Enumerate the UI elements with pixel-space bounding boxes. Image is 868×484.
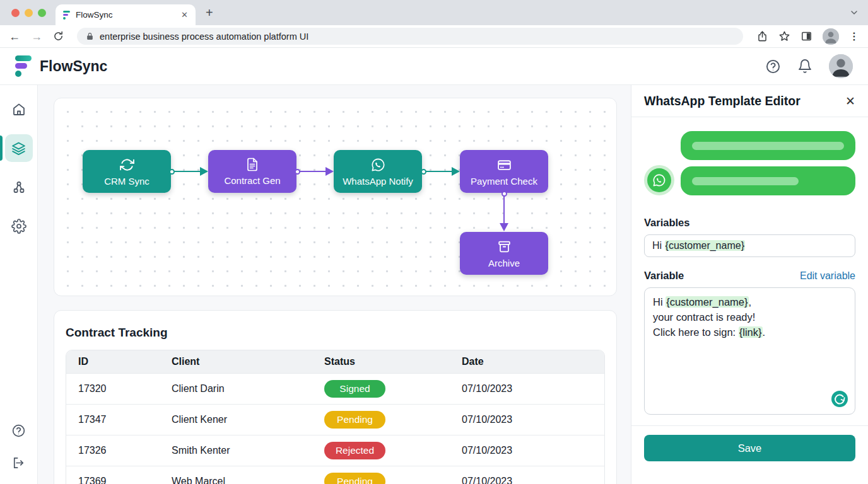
chevron-down-icon[interactable] <box>849 8 859 18</box>
connector-line <box>425 171 452 173</box>
new-tab-button[interactable]: + <box>206 6 213 20</box>
browser-toolbar: ← → enterprise business process automati… <box>0 25 868 48</box>
template-variable-token: {link} <box>739 326 763 338</box>
variables-input[interactable]: Hi {customer_name} <box>644 234 855 257</box>
section-title: Contract Tracking <box>66 326 605 340</box>
node-label: Contract Gen <box>224 175 280 186</box>
message-bubble <box>681 166 855 195</box>
close-icon[interactable]: ✕ <box>845 94 855 108</box>
home-icon <box>11 101 26 117</box>
cell-client: Smith Kenter <box>160 435 312 466</box>
template-text-segment: your contract is ready! <box>653 311 755 323</box>
template-text-segment: Click here to sign: <box>653 326 739 338</box>
status-badge: Rejected <box>324 442 385 459</box>
node-label: Payment Check <box>471 176 537 187</box>
status-badge: Pending <box>324 473 385 484</box>
sidebar-item-settings[interactable] <box>5 212 33 240</box>
back-button[interactable]: ← <box>9 31 20 42</box>
table-row[interactable]: 17326Smith KenterRejected07/10/2023 <box>66 435 604 466</box>
browser-tab[interactable]: FlowSync ✕ <box>56 4 196 25</box>
placeholder-text-bar <box>692 177 799 185</box>
active-item-indicator <box>0 135 3 161</box>
template-text-segment: , <box>749 296 752 308</box>
edit-variable-link[interactable]: Edit variable <box>800 270 855 282</box>
bookmark-star-icon[interactable] <box>778 30 790 42</box>
app-header: FlowSync <box>0 48 868 85</box>
col-header-status: Status <box>312 350 450 374</box>
cell-client: Client Darin <box>160 374 312 405</box>
help-circle-icon <box>11 424 26 438</box>
template-text-segment: . <box>763 326 766 338</box>
sidebar-item-home[interactable] <box>5 95 33 123</box>
node-contract-gen[interactable]: Contract Gen <box>208 150 296 193</box>
window-controls <box>11 9 46 17</box>
contract-table: ID Client Status Date 17320Client DarinS… <box>66 350 604 484</box>
connector-line <box>173 171 200 173</box>
sidebar-item-help[interactable] <box>11 424 26 438</box>
notifications-bell-icon[interactable] <box>797 59 812 74</box>
col-header-date: Date <box>450 350 604 374</box>
minimize-window-button[interactable] <box>25 9 33 17</box>
address-bar[interactable]: enterprise business process automation p… <box>77 28 743 45</box>
table-row[interactable]: 17369Web MarcelPending07/10/2023 <box>66 466 604 484</box>
table-row[interactable]: 17347Client KenerPending07/10/2023 <box>66 405 604 435</box>
whatsapp-icon <box>370 157 386 173</box>
variable-label: Variable <box>644 270 684 282</box>
variables-label: Variables <box>644 217 855 229</box>
panel-title: WhatsApp Template Editor <box>644 94 801 108</box>
cell-id: 17326 <box>66 435 160 466</box>
connector-arrow <box>452 167 460 176</box>
maximize-window-button[interactable] <box>38 9 46 17</box>
logout-icon <box>11 456 26 470</box>
browser-profile-avatar[interactable] <box>823 28 839 45</box>
contract-tracking-card: Contract Tracking ID Client Status Date … <box>54 310 617 484</box>
app-title: FlowSync <box>40 58 107 75</box>
card-icon <box>496 157 512 173</box>
reload-button[interactable] <box>53 31 64 42</box>
whatsapp-template-panel: WhatsApp Template Editor ✕ Variables Hi … <box>631 85 868 484</box>
sidebar-item-integrations[interactable] <box>5 173 33 201</box>
template-variable-token: {customer_name} <box>666 296 748 308</box>
tab-close-icon[interactable]: ✕ <box>181 10 188 20</box>
grammarly-icon[interactable] <box>831 391 848 407</box>
sidebar-item-workflows[interactable] <box>5 134 33 162</box>
node-payment-check[interactable]: Payment Check <box>460 150 548 193</box>
col-header-id: ID <box>66 350 160 374</box>
help-icon[interactable] <box>765 59 781 74</box>
layers-icon <box>11 141 26 156</box>
table-row[interactable]: 17320Client DarinSigned07/10/2023 <box>66 374 604 405</box>
connector-arrow <box>500 223 508 231</box>
browser-tabstrip: FlowSync ✕ + <box>0 0 868 25</box>
main-content: CRM Sync Contract Gen WhatsApp Notify Pa… <box>38 85 631 484</box>
workflow-canvas[interactable]: CRM Sync Contract Gen WhatsApp Notify Pa… <box>54 98 617 296</box>
status-badge: Signed <box>324 380 385 398</box>
contract-table-body: 17320Client DarinSigned07/10/202317347Cl… <box>66 374 604 484</box>
lock-icon <box>86 32 94 40</box>
template-text-segment: Hi <box>653 296 666 308</box>
node-whatsapp-notify[interactable]: WhatsApp Notify <box>334 150 422 193</box>
node-archive[interactable]: Archive <box>460 232 548 275</box>
status-badge: Pending <box>324 411 385 429</box>
browser-menu-icon[interactable]: ⋮ <box>849 30 859 42</box>
node-label: Archive <box>488 258 520 268</box>
share-icon[interactable] <box>756 30 768 42</box>
cell-id: 17347 <box>66 405 160 435</box>
node-label: WhatsApp Notify <box>343 176 413 187</box>
url-text: enterprise business process automation p… <box>100 32 308 42</box>
table-header-row: ID Client Status Date <box>66 350 604 374</box>
template-variable-token: {customer_name} <box>665 240 745 251</box>
user-avatar[interactable] <box>829 54 853 78</box>
template-textarea[interactable]: Hi {customer_name},your contract is read… <box>644 287 855 415</box>
forward-button[interactable]: → <box>31 31 42 42</box>
node-crm-sync[interactable]: CRM Sync <box>83 150 171 193</box>
sidebar-item-logout[interactable] <box>11 456 26 470</box>
archive-icon <box>496 239 512 255</box>
close-window-button[interactable] <box>11 9 20 17</box>
cell-date: 07/10/2023 <box>450 405 604 435</box>
cell-client: Web Marcel <box>160 466 312 484</box>
document-icon <box>245 157 260 172</box>
side-panel-icon[interactable] <box>801 30 812 42</box>
cell-client: Client Kener <box>160 405 312 435</box>
connector-arrow <box>326 167 334 176</box>
save-button[interactable]: Save <box>644 435 855 461</box>
